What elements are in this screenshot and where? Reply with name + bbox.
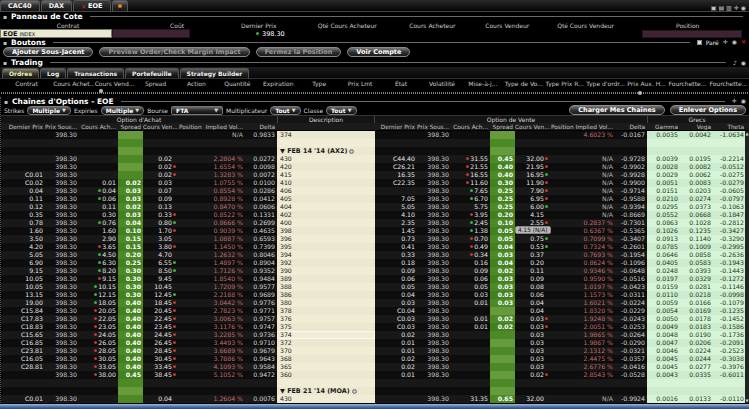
call-col-prix-sous[interactable]: Prix Sous... [45,124,79,130]
put-col-prix-sous[interactable]: Prix Sous... [417,124,451,130]
put-bid-cell[interactable] [451,139,490,147]
put-spread-cell[interactable]: 0.25 [490,203,515,211]
put-bid-cell[interactable]: 3.95 [451,211,490,219]
put-last-cell[interactable]: 0.02 [375,363,417,371]
call-bid-cell[interactable]: 33.05 [79,363,118,371]
call-bid-cell[interactable] [79,379,118,387]
put-spread-cell[interactable] [490,363,515,371]
call-ask-cell[interactable]: 33.45 [143,363,179,371]
put-last-cell[interactable]: 0.05 [375,283,417,291]
put-ask-cell[interactable] [515,131,551,139]
put-spread-cell[interactable]: 0.02 [490,315,515,323]
call-spread-cell[interactable]: 0.25 [118,259,143,267]
put-spread-cell[interactable]: 0.05 [490,235,515,243]
cost-field[interactable] [112,29,190,38]
trading-tab-transactions[interactable]: Transactions [67,68,124,78]
put-ask-cell[interactable]: 0.03 [515,331,551,339]
put-ask-cell[interactable]: 0.03 [515,323,551,331]
pin-icon[interactable]: ✛ [732,98,737,104]
call-ask-cell[interactable]: 4.70 [143,251,179,259]
strike-cell[interactable]: 378 [277,307,375,315]
put-col-dernier-prix[interactable]: Dernier Prix [375,124,417,130]
call-bid-cell[interactable]: 0.76 [79,219,118,227]
close-icon[interactable]: ✕ [741,39,746,45]
greek-col-gamma[interactable]: Gamma [647,124,680,130]
call-ask-cell[interactable]: 8.50 [143,267,179,275]
filter-strikes-dropdown[interactable]: Multiple▼ [27,106,71,115]
ready-checkbox[interactable] [697,40,702,45]
put-col-delta[interactable]: Delta [615,124,647,130]
put-last-cell[interactable] [375,187,417,195]
strike-cell[interactable]: 368 [277,355,375,363]
put-last-cell[interactable]: 7.05 [375,195,417,203]
put-spread-cell[interactable]: 0.25 [490,187,515,195]
trading-col-prix-lmt-8[interactable]: Prix Lmt [340,80,381,87]
put-bid-cell[interactable] [451,147,490,155]
strike-cell[interactable]: 380 [277,299,375,307]
put-last-cell[interactable]: 0.33 [375,251,417,259]
put-spread-cell[interactable] [490,339,515,347]
call-bid-cell[interactable]: 24.05 [79,331,118,339]
put-ask-cell[interactable] [515,379,551,387]
put-spread-cell[interactable] [490,147,515,155]
call-last-cell[interactable] [1,163,45,171]
put-last-cell[interactable]: 0.01 [375,339,417,347]
put-bid-cell[interactable]: 0.06 [451,275,490,283]
put-ask-cell[interactable]: 0.03 [515,339,551,347]
call-last-cell[interactable]: 0.04 [1,187,45,195]
call-spread-cell[interactable]: 0.30 [118,267,143,275]
fermez-la-position-button[interactable]: Fermez la Position [256,47,342,57]
call-col-implied-vol[interactable]: Implied Vol... [203,124,245,130]
put-bid-cell[interactable]: 0.01 [451,299,490,307]
call-ask-cell[interactable]: 26.45 [143,339,179,347]
trading-col-type-d-ordr-14[interactable]: Type d'ordr... [585,80,626,87]
call-ask-cell[interactable]: 0.80 [143,219,179,227]
call-last-cell[interactable]: 3.50 [1,235,45,243]
call-ask-cell[interactable]: 0.02 [143,171,179,179]
globe-icon[interactable]: ◉ [741,5,746,11]
trading-col-fourchette-17[interactable]: Fourchette... [708,80,749,87]
call-last-cell[interactable]: 0.35 [1,211,45,219]
strike-cell[interactable]: 375 [277,323,375,331]
call-col-position[interactable]: Position [179,124,203,130]
put-spread-cell[interactable] [490,347,515,355]
call-spread-cell[interactable] [118,171,143,179]
call-spread-cell[interactable]: 0.40 [118,339,143,347]
put-col-cours-ach[interactable]: Cours Ach... [451,124,490,130]
scroll-up-icon[interactable]: ▲ [745,131,749,136]
call-col-cours-ach[interactable]: Cours Ach... [79,124,118,130]
call-last-cell[interactable]: 1.60 [1,227,45,235]
call-ask-cell[interactable]: 30.45 [143,355,179,363]
call-last-cell[interactable]: 10.05 [1,275,45,283]
strike-cell[interactable]: 398 [277,227,375,235]
strike-cell[interactable] [277,139,375,147]
trading-col-type-7[interactable]: Type [299,80,340,87]
put-bid-cell[interactable]: 6.70 [451,195,490,203]
put-bid-cell[interactable]: 0.01 [451,315,490,323]
put-bid-cell[interactable] [451,339,490,347]
call-bid-cell[interactable] [79,171,118,179]
pin-icon[interactable]: ✛ [734,5,739,11]
put-col-position[interactable]: Position [551,124,575,130]
strike-cell[interactable]: 392 [277,259,375,267]
put-last-cell[interactable] [375,379,417,387]
put-bid-cell[interactable] [451,371,490,379]
put-spread-cell[interactable]: 0.04 [490,243,515,251]
put-spread-cell[interactable]: 0.65 [490,395,515,403]
put-spread-cell[interactable]: 0.05 [490,227,515,235]
put-bid-cell[interactable]: 0.70 [451,235,490,243]
put-ask-cell[interactable]: 0.02 [515,371,551,379]
filter-bourse-dropdown[interactable]: FTA▼ [171,106,223,115]
strike-cell[interactable]: 386 [277,291,375,299]
put-spread-cell[interactable]: 0.40 [490,171,515,179]
put-last-cell[interactable]: C26.21 [375,163,417,171]
greek-col-vega[interactable]: Vega [680,124,713,130]
put-last-cell[interactable]: 2.35 [375,219,417,227]
call-last-cell[interactable]: 9.15 [1,267,45,275]
call-bid-cell[interactable]: 18.05 [79,299,118,307]
call-ask-cell[interactable]: 18.45 [143,299,179,307]
call-bid-cell[interactable] [79,163,118,171]
layout-split-icon[interactable]: ▤ [718,5,724,11]
call-ask-cell[interactable] [143,387,179,395]
call-ask-cell[interactable] [143,139,179,147]
